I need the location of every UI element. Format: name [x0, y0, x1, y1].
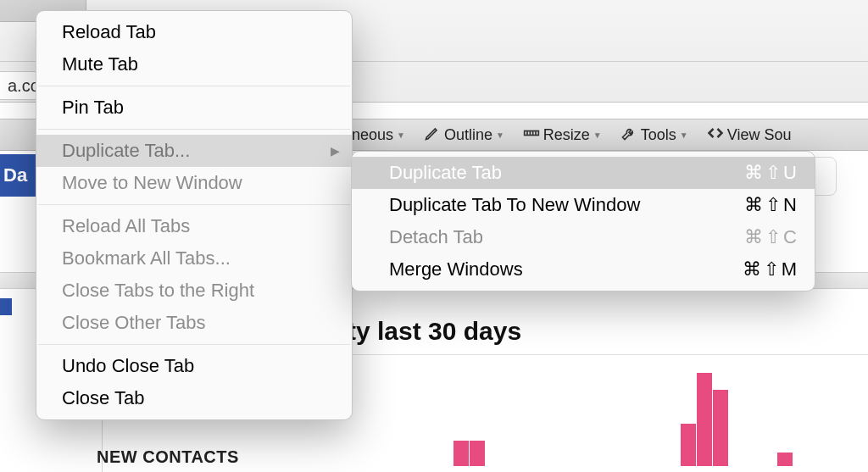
submenu-merge-windows[interactable]: Merge Windows⌘⇧M: [352, 253, 815, 286]
submenu-arrow-icon: ▶: [331, 139, 340, 163]
ctx-item-label: Pin Tab: [62, 97, 124, 118]
chevron-down-icon: ▼: [680, 130, 688, 140]
ctx-separator: [38, 344, 350, 345]
devbar-outline[interactable]: Outline ▼: [420, 125, 508, 146]
duplicate-tab-submenu[interactable]: Duplicate Tab⌘⇧UDuplicate Tab To New Win…: [351, 151, 815, 292]
sidebar-marker: [0, 298, 12, 315]
ctx-item-label: Bookmark All Tabs...: [62, 247, 231, 269]
ctx-bookmark-all-tabs: Bookmark All Tabs...: [36, 242, 352, 275]
code-icon: [707, 125, 724, 146]
sidebar-heading: NEW CONTACTS: [97, 447, 239, 467]
submenu-detach-tab: Detach Tab⌘⇧C: [352, 221, 815, 253]
pencil-icon: [424, 125, 441, 146]
keyboard-shortcut: ⌘⇧C: [744, 225, 798, 249]
nav-active-label: Da: [0, 164, 27, 186]
ctx-item-label: Close Tabs to the Right: [62, 280, 254, 301]
ctx-reload-all-tabs: Reload All Tabs: [36, 210, 352, 242]
chart-bar: [777, 453, 793, 466]
ctx-item-label: Move to New Window: [62, 172, 242, 193]
ctx-close-other-tabs: Close Other Tabs: [36, 307, 352, 339]
keyboard-shortcut: ⌘⇧U: [744, 161, 798, 185]
wrench-icon: [620, 125, 637, 146]
chevron-down-icon: ▼: [397, 130, 405, 140]
devbar-viewsource-label: View Sou: [727, 126, 792, 144]
ctx-item-label: Mute Tab: [62, 53, 138, 75]
chevron-down-icon: ▼: [593, 130, 602, 140]
devbar-outline-label: Outline: [444, 126, 492, 144]
tab-context-menu[interactable]: Reload TabMute TabPin TabDuplicate Tab..…: [36, 10, 353, 420]
ctx-separator: [38, 86, 350, 86]
devbar-resize[interactable]: Resize ▼: [520, 125, 605, 146]
chart-underline: [314, 354, 868, 355]
chart-title: ty last 30 days: [348, 317, 521, 346]
ctx-separator: [38, 129, 350, 130]
chart-bar: [453, 441, 469, 466]
submenu-item-label: Duplicate Tab To New Window: [389, 193, 640, 217]
submenu-duplicate-tab[interactable]: Duplicate Tab⌘⇧U: [352, 157, 815, 189]
ctx-item-label: Close Other Tabs: [62, 312, 206, 333]
ctx-close-tabs-to-the-right: Close Tabs to the Right: [36, 275, 352, 307]
devbar-resize-label: Resize: [543, 126, 590, 144]
ctx-item-label: Reload All Tabs: [62, 215, 190, 236]
ctx-duplicate-tab[interactable]: Duplicate Tab...▶: [36, 135, 352, 167]
ctx-pin-tab[interactable]: Pin Tab: [36, 92, 352, 124]
chart-bar: [697, 373, 712, 466]
ctx-undo-close-tab[interactable]: Undo Close Tab: [36, 350, 352, 382]
ctx-item-label: Reload Tab: [62, 21, 156, 42]
chart-bar: [713, 390, 728, 466]
ctx-mute-tab[interactable]: Mute Tab: [36, 48, 352, 81]
devbar-viewsource[interactable]: View Sou: [704, 125, 795, 146]
submenu-duplicate-tab-to-new-window[interactable]: Duplicate Tab To New Window⌘⇧N: [352, 189, 815, 221]
keyboard-shortcut: ⌘⇧M: [743, 258, 798, 281]
ctx-item-label: Duplicate Tab...: [62, 140, 190, 161]
chart-bar: [470, 441, 485, 466]
chart-bar: [681, 424, 696, 466]
ctx-item-label: Undo Close Tab: [62, 355, 194, 376]
chevron-down-icon: ▼: [496, 130, 504, 140]
keyboard-shortcut: ⌘⇧N: [744, 193, 798, 217]
submenu-item-label: Duplicate Tab: [389, 161, 502, 185]
ctx-close-tab[interactable]: Close Tab: [36, 382, 352, 414]
ctx-separator: [38, 204, 350, 205]
devbar-tools[interactable]: Tools ▼: [617, 125, 692, 146]
ctx-move-to-new-window: Move to New Window: [36, 167, 352, 199]
submenu-item-label: Detach Tab: [389, 225, 483, 249]
ctx-reload-tab[interactable]: Reload Tab: [36, 16, 352, 48]
submenu-item-label: Merge Windows: [389, 258, 523, 281]
ruler-icon: [523, 125, 540, 146]
devbar-tools-label: Tools: [641, 126, 676, 144]
activity-chart: [356, 373, 843, 466]
ctx-item-label: Close Tab: [62, 387, 144, 408]
